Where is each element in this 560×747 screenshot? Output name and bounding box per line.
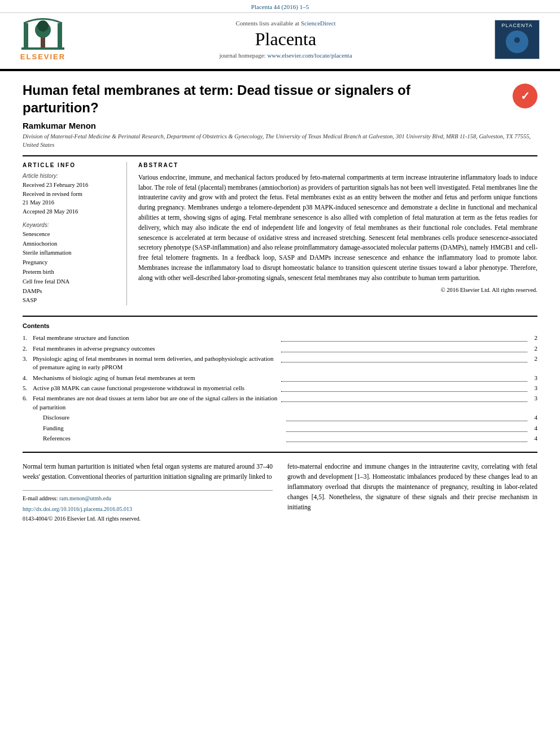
toc-item: Funding4 — [23, 424, 537, 433]
accepted-date: Accepted 28 May 2016 — [23, 207, 119, 216]
crossmark-icon: ✓ — [513, 84, 537, 108]
toc-item: 1.Fetal membrane structure and function2 — [23, 334, 537, 342]
article-info-col: ARTICLE INFO Article history: Received 2… — [23, 162, 127, 305]
abstract-text: Various endocrine, immune, and mechanica… — [138, 173, 537, 283]
journal-banner: ELSEVIER Contents lists available at Sci… — [0, 13, 560, 65]
toc-text: Mechanisms of biologic aging of human fe… — [33, 374, 279, 382]
revised-label: Received in revised form — [23, 190, 119, 199]
footer-email: E-mail address: ram.menon@utmb.edu — [23, 494, 273, 503]
crossmark-badge: ✓ — [513, 84, 537, 108]
toc-item: 2.Fetal membranes in adverse pregnancy o… — [23, 344, 537, 353]
toc-text: Funding — [43, 424, 284, 433]
toc-dots — [281, 334, 527, 342]
toc-num: 6. — [23, 394, 33, 412]
contents-available: Contents lists available at ScienceDirec… — [77, 20, 495, 27]
toc-text: Disclosure — [43, 413, 284, 422]
elsevier-tree-icon — [20, 18, 65, 51]
journal-center: Contents lists available at ScienceDirec… — [77, 20, 495, 59]
footer-issn: 0143-4004/© 2016 Elsevier Ltd. All right… — [23, 514, 273, 523]
elsevier-logo: ELSEVIER — [9, 18, 77, 61]
toc-num — [33, 424, 43, 433]
keyword-item: SASP — [23, 296, 119, 305]
main-text-divider — [23, 452, 537, 453]
toc-item: 6.Fetal membranes are not dead tissues a… — [23, 394, 537, 412]
toc-num: 3. — [23, 355, 33, 372]
toc-dots — [281, 384, 527, 392]
keywords-label: Keywords: — [23, 222, 119, 228]
toc-item: 3.Physiologic aging of fetal membranes i… — [23, 355, 537, 372]
sciencedirect-link[interactable]: ScienceDirect — [301, 20, 336, 27]
keyword-item: Amniochorion — [23, 239, 119, 249]
toc-num — [33, 434, 43, 443]
toc-dots — [281, 394, 527, 402]
toc-page: 4 — [530, 424, 537, 433]
main-text-cols: Normal term human parturition is initiat… — [23, 462, 537, 523]
toc-page: 2 — [530, 344, 537, 353]
doi-link[interactable]: http://dx.doi.org/10.1016/j.placenta.201… — [23, 506, 132, 512]
journal-homepage-link[interactable]: www.elsevier.com/locate/placenta — [267, 52, 352, 59]
placenta-logo-image: PLACENTA — [495, 20, 540, 59]
svg-rect-6 — [21, 47, 64, 50]
contents-title: Contents — [23, 322, 537, 329]
article-title: Human fetal membranes at term: Dead tiss… — [23, 81, 485, 116]
main-col-left: Normal term human parturition is initiat… — [23, 462, 273, 523]
keywords-list: SenescenceAmniochorionSterile inflammati… — [23, 230, 119, 305]
toc-text: Fetal membrane structure and function — [33, 334, 279, 342]
toc-dots — [281, 374, 527, 382]
article-body: Human fetal membranes at term: Dead tiss… — [0, 71, 560, 535]
footer-notes: E-mail address: ram.menon@utmb.edu http:… — [23, 490, 273, 523]
email-link[interactable]: ram.menon@utmb.edu — [59, 495, 111, 501]
toc-num: 2. — [23, 344, 33, 353]
toc-text: References — [43, 434, 284, 443]
contents-section: Contents 1.Fetal membrane structure and … — [23, 316, 537, 443]
article-title-section: Human fetal membranes at term: Dead tiss… — [23, 81, 537, 116]
abstract-label: ABSTRACT — [138, 162, 537, 168]
toc-text: Fetal membranes are not dead tissues at … — [33, 394, 279, 412]
placenta-logo-box: PLACENTA — [495, 20, 551, 59]
journal-ref-bar: Placenta 44 (2016) 1–5 — [0, 0, 560, 13]
toc-page: 4 — [530, 413, 537, 422]
keyword-item: Sterile inflammation — [23, 248, 119, 258]
toc-item: 4.Mechanisms of biologic aging of human … — [23, 374, 537, 382]
keyword-item: DAMPs — [23, 287, 119, 296]
abstract-col: ABSTRACT Various endocrine, immune, and … — [138, 162, 537, 305]
footer-doi: http://dx.doi.org/10.1016/j.placenta.201… — [23, 505, 273, 514]
toc-num — [33, 413, 43, 422]
journal-header: Placenta 44 (2016) 1–5 ELSEVI — [0, 0, 560, 70]
journal-homepage: journal homepage: www.elsevier.com/locat… — [77, 52, 495, 59]
toc-dots — [281, 355, 527, 362]
svg-point-5 — [37, 20, 49, 32]
toc-text: Fetal membranes in adverse pregnancy out… — [33, 344, 279, 353]
author-name: Ramkumar Menon — [23, 121, 537, 130]
article-info-abstract-row: ARTICLE INFO Article history: Received 2… — [23, 155, 537, 305]
svg-rect-2 — [58, 23, 62, 49]
placenta-circle-icon — [506, 30, 528, 53]
journal-ref: Placenta 44 (2016) 1–5 — [251, 3, 309, 10]
toc-dots — [286, 434, 527, 442]
affiliation: Division of Maternal-Fetal Medicine & Pe… — [23, 133, 537, 149]
main-para-left: Normal term human parturition is initiat… — [23, 462, 273, 482]
toc-text: Physiologic aging of fetal membranes in … — [33, 355, 279, 372]
keyword-item: Cell free fetal DNA — [23, 277, 119, 287]
toc-num: 4. — [23, 374, 33, 382]
toc-text: Active p38 MAPK can cause functional pro… — [33, 384, 279, 392]
keyword-item: Preterm birth — [23, 268, 119, 277]
copyright-line: © 2016 Elsevier Ltd. All rights reserved… — [138, 287, 537, 293]
toc-dots — [281, 344, 527, 352]
toc-page: 4 — [530, 434, 537, 443]
revised-date: 21 May 2016 — [23, 198, 119, 207]
toc-page: 3 — [530, 384, 537, 392]
history-label: Article history: — [23, 173, 119, 179]
toc-page: 2 — [530, 334, 537, 342]
main-col-right: feto-maternal endocrine and immune chang… — [287, 462, 537, 523]
article-info-label: ARTICLE INFO — [23, 162, 119, 168]
keywords-section: Keywords: SenescenceAmniochorionSterile … — [23, 222, 119, 305]
toc-list: 1.Fetal membrane structure and function2… — [23, 334, 537, 443]
keyword-item: Pregnancy — [23, 258, 119, 268]
toc-item: Disclosure4 — [23, 413, 537, 422]
keyword-item: Senescence — [23, 230, 119, 239]
toc-num: 5. — [23, 384, 33, 392]
received-date: Received 23 February 2016 — [23, 181, 119, 190]
elsevier-text: ELSEVIER — [20, 53, 65, 61]
toc-num: 1. — [23, 334, 33, 342]
